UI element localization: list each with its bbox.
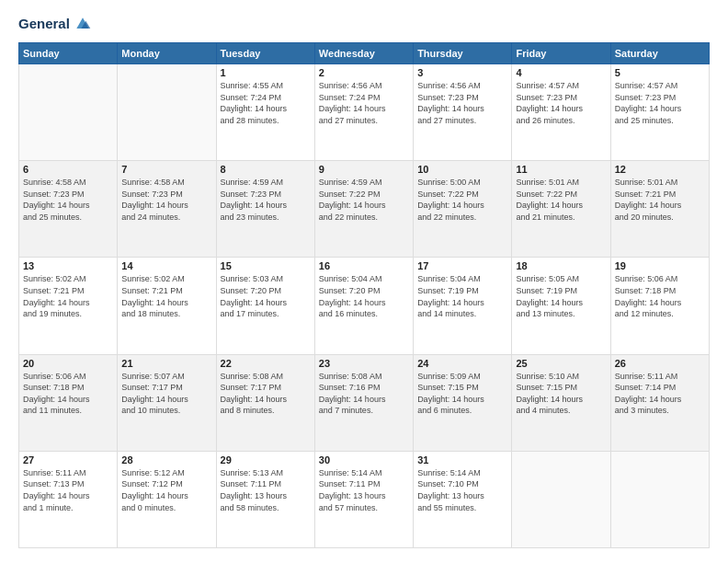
weekday-header-tuesday: Tuesday [216, 43, 314, 64]
cell-line: Daylight: 14 hours [516, 297, 606, 309]
logo-icon [74, 15, 92, 33]
calendar-cell: 18Sunrise: 5:05 AMSunset: 7:19 PMDayligh… [512, 258, 610, 354]
day-number: 30 [319, 454, 409, 465]
cell-line: and 27 minutes. [417, 115, 507, 127]
cell-line: and 16 minutes. [319, 308, 409, 320]
cell-line: Daylight: 14 hours [615, 394, 705, 406]
calendar-cell: 28Sunrise: 5:12 AMSunset: 7:12 PMDayligh… [118, 451, 216, 547]
cell-line: Sunrise: 5:04 AM [417, 273, 507, 285]
cell-line: Daylight: 14 hours [615, 103, 705, 115]
cell-line: Sunset: 7:20 PM [221, 285, 311, 297]
calendar-cell [19, 64, 118, 161]
cell-line: Daylight: 14 hours [23, 297, 113, 309]
cell-line: Daylight: 14 hours [221, 103, 311, 115]
cell-line: Sunrise: 4:59 AM [221, 177, 311, 189]
calendar-table: SundayMondayTuesdayWednesdayThursdayFrid… [18, 42, 710, 548]
cell-line: Sunrise: 4:57 AM [516, 80, 606, 92]
cell-line: Sunset: 7:11 PM [319, 478, 409, 490]
weekday-header-sunday: Sunday [19, 43, 118, 64]
calendar-cell: 17Sunrise: 5:04 AMSunset: 7:19 PMDayligh… [414, 258, 512, 354]
day-number: 26 [615, 358, 705, 369]
calendar-cell: 27Sunrise: 5:11 AMSunset: 7:13 PMDayligh… [19, 451, 118, 547]
calendar-cell: 1Sunrise: 4:55 AMSunset: 7:24 PMDaylight… [216, 64, 314, 161]
cell-line: and 55 minutes. [417, 502, 507, 514]
calendar-cell: 6Sunrise: 4:58 AMSunset: 7:23 PMDaylight… [19, 161, 118, 258]
cell-line: Daylight: 13 hours [221, 490, 311, 502]
cell-line: Sunrise: 5:05 AM [516, 273, 606, 285]
cell-line: and 25 minutes. [615, 115, 705, 127]
cell-line: Daylight: 14 hours [319, 103, 409, 115]
calendar-cell: 30Sunrise: 5:14 AMSunset: 7:11 PMDayligh… [314, 451, 413, 547]
calendar-week-row: 1Sunrise: 4:55 AMSunset: 7:24 PMDaylight… [19, 64, 710, 161]
cell-line: Sunrise: 5:01 AM [615, 177, 705, 189]
cell-line: and 17 minutes. [221, 308, 311, 320]
day-number: 21 [121, 358, 211, 369]
cell-line: Daylight: 13 hours [417, 490, 507, 502]
calendar-cell [118, 64, 216, 161]
cell-line: Sunrise: 4:59 AM [319, 177, 409, 189]
cell-line: Sunrise: 5:13 AM [221, 467, 311, 479]
calendar-cell: 23Sunrise: 5:08 AMSunset: 7:16 PMDayligh… [314, 354, 413, 451]
cell-line: Sunrise: 5:02 AM [121, 273, 211, 285]
page: General SundayMondayTuesdayWednesdayThur… [0, 0, 728, 563]
cell-line: Sunset: 7:12 PM [121, 478, 211, 490]
cell-line: Sunset: 7:24 PM [319, 92, 409, 104]
cell-line: and 24 minutes. [121, 212, 211, 224]
cell-line: Sunrise: 4:58 AM [121, 177, 211, 189]
cell-line: Sunrise: 5:14 AM [319, 467, 409, 479]
cell-line: Sunrise: 5:08 AM [221, 371, 311, 383]
cell-line: and 22 minutes. [319, 212, 409, 224]
cell-line: and 0 minutes. [121, 502, 211, 514]
cell-line: and 19 minutes. [23, 308, 113, 320]
cell-line: and 28 minutes. [221, 115, 311, 127]
cell-line: and 13 minutes. [516, 308, 606, 320]
day-number: 19 [615, 260, 705, 271]
cell-line: Daylight: 14 hours [221, 200, 311, 212]
day-number: 3 [417, 67, 507, 78]
calendar-cell [610, 451, 709, 547]
calendar-cell: 26Sunrise: 5:11 AMSunset: 7:14 PMDayligh… [610, 354, 709, 451]
header: General [18, 15, 710, 33]
cell-line: Daylight: 14 hours [319, 297, 409, 309]
calendar-cell: 4Sunrise: 4:57 AMSunset: 7:23 PMDaylight… [512, 64, 610, 161]
cell-line: Sunrise: 5:06 AM [615, 273, 705, 285]
cell-line: and 26 minutes. [516, 115, 606, 127]
cell-line: Sunset: 7:18 PM [615, 285, 705, 297]
cell-line: Sunset: 7:24 PM [221, 92, 311, 104]
cell-line: Sunrise: 5:01 AM [516, 177, 606, 189]
day-number: 23 [319, 358, 409, 369]
cell-line: Daylight: 14 hours [121, 200, 211, 212]
day-number: 17 [417, 260, 507, 271]
weekday-header-saturday: Saturday [610, 43, 709, 64]
day-number: 2 [319, 67, 409, 78]
cell-line: Sunrise: 4:57 AM [615, 80, 705, 92]
logo-text: General [18, 17, 70, 32]
day-number: 13 [23, 260, 113, 271]
cell-line: Sunset: 7:15 PM [516, 382, 606, 394]
cell-line: Daylight: 14 hours [417, 200, 507, 212]
day-number: 12 [615, 164, 705, 175]
cell-line: Sunset: 7:23 PM [23, 189, 113, 201]
cell-line: Sunset: 7:18 PM [23, 382, 113, 394]
cell-line: Sunrise: 5:08 AM [319, 371, 409, 383]
cell-line: Sunset: 7:21 PM [23, 285, 113, 297]
calendar-cell: 29Sunrise: 5:13 AMSunset: 7:11 PMDayligh… [216, 451, 314, 547]
calendar-cell: 3Sunrise: 4:56 AMSunset: 7:23 PMDaylight… [414, 64, 512, 161]
calendar-cell: 2Sunrise: 4:56 AMSunset: 7:24 PMDaylight… [314, 64, 413, 161]
cell-line: Daylight: 14 hours [417, 103, 507, 115]
calendar-cell: 13Sunrise: 5:02 AMSunset: 7:21 PMDayligh… [19, 258, 118, 354]
cell-line: Sunrise: 5:06 AM [23, 371, 113, 383]
cell-line: Sunset: 7:17 PM [221, 382, 311, 394]
cell-line: Daylight: 14 hours [516, 394, 606, 406]
cell-line: Sunset: 7:19 PM [516, 285, 606, 297]
cell-line: Sunset: 7:19 PM [417, 285, 507, 297]
cell-line: Sunrise: 4:55 AM [221, 80, 311, 92]
calendar-cell: 20Sunrise: 5:06 AMSunset: 7:18 PMDayligh… [19, 354, 118, 451]
cell-line: Daylight: 14 hours [516, 103, 606, 115]
calendar-cell: 10Sunrise: 5:00 AMSunset: 7:22 PMDayligh… [414, 161, 512, 258]
cell-line: Daylight: 14 hours [221, 297, 311, 309]
day-number: 7 [121, 164, 211, 175]
cell-line: Daylight: 14 hours [417, 394, 507, 406]
day-number: 10 [417, 164, 507, 175]
cell-line: Sunset: 7:13 PM [23, 478, 113, 490]
